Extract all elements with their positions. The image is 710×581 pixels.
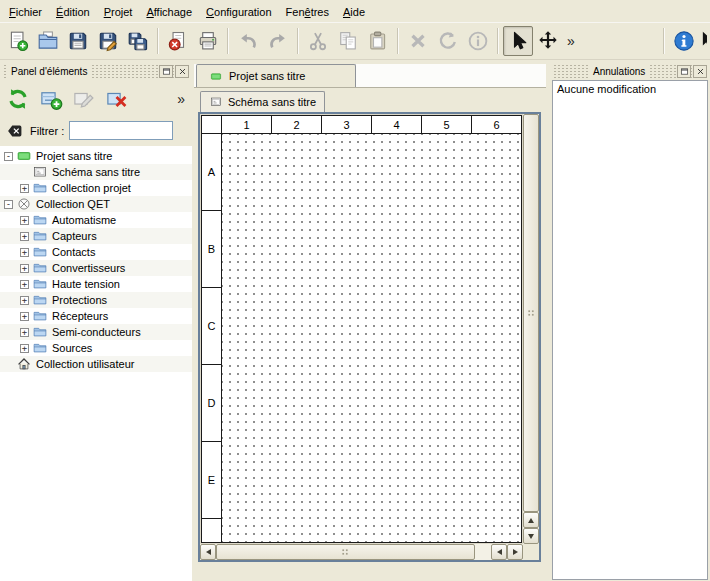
menu-edition[interactable]: Édition (49, 1, 97, 22)
expand-expander-icon[interactable]: + (20, 248, 29, 257)
reload-button[interactable] (3, 84, 33, 114)
save-button[interactable] (63, 26, 93, 56)
diagram-grid[interactable] (222, 134, 521, 542)
tree-item-semi-conducteurs[interactable]: +Semi-conducteurs (0, 324, 192, 340)
about-button[interactable] (669, 26, 699, 56)
row-header-c: C (202, 288, 221, 365)
element-info-icon (467, 30, 489, 52)
menu-configuration[interactable]: Configuration (199, 1, 278, 22)
menu-fenetres[interactable]: Fenêtres (279, 1, 336, 22)
tree-item-collection-projet[interactable]: +Collection projet (0, 180, 192, 196)
menu-aide[interactable]: Aide (336, 1, 372, 22)
float-dock-icon (680, 67, 689, 76)
folder-icon (33, 277, 48, 291)
elements-toolbar: » (0, 80, 192, 118)
select-tool-button[interactable] (503, 26, 533, 56)
undo-panel-float-button[interactable] (677, 65, 691, 78)
tree-item-projet-sans-titre[interactable]: -Projet sans titre (0, 148, 192, 164)
expand-expander-icon[interactable]: + (20, 216, 29, 225)
close-dock-icon (696, 67, 705, 76)
undo-panel-close-button[interactable] (693, 65, 707, 78)
move-tool-button[interactable] (533, 26, 563, 56)
expand-expander-icon[interactable]: + (20, 264, 29, 273)
toolbar-overflow-button[interactable]: » (563, 33, 579, 49)
expand-expander-icon[interactable]: + (20, 232, 29, 241)
help-button[interactable] (699, 26, 707, 56)
save-as-button[interactable] (93, 26, 123, 56)
tree-item-collection-utilisateur[interactable]: Collection utilisateur (0, 356, 192, 372)
horizontal-scrollbar-thumb[interactable] (216, 544, 475, 560)
scroll-up-button[interactable] (523, 512, 539, 528)
folder-icon (33, 261, 48, 275)
elements-toolbar-overflow-button[interactable]: » (177, 91, 189, 107)
menu-fichier[interactable]: Fichier (2, 1, 49, 22)
undo-empty-text: Aucune modification (557, 83, 703, 95)
save-all-button[interactable] (123, 26, 153, 56)
tree-item-haute-tension[interactable]: +Haute tension (0, 276, 192, 292)
tree-item-collection-qet[interactable]: -Collection QET (0, 196, 192, 212)
open-project-button[interactable] (33, 26, 63, 56)
undo-panel-titlebar[interactable]: Annulations (553, 64, 707, 79)
delete-element-button[interactable] (102, 84, 132, 114)
undo-panel: Annulations Aucune modification (550, 62, 710, 581)
diagram-sheet[interactable]: 123456 ABCDE (201, 115, 522, 543)
menu-projet[interactable]: Projet (97, 1, 140, 22)
project-tab-label: Projet sans titre (229, 70, 305, 82)
tree-item-label: Projet sans titre (36, 150, 112, 162)
scroll-left-button-end[interactable] (491, 544, 507, 560)
row-header-d: D (202, 365, 221, 442)
new-document-button[interactable] (3, 26, 33, 56)
tree-item-recepteurs[interactable]: +Récepteurs (0, 308, 192, 324)
folder-icon (33, 229, 48, 243)
expander-placeholder (4, 360, 13, 369)
expand-expander-icon[interactable]: + (20, 296, 29, 305)
clear-filter-button[interactable] (5, 123, 25, 139)
expand-expander-icon[interactable]: + (20, 312, 29, 321)
tree-item-label: Collection QET (36, 198, 110, 210)
expand-expander-icon[interactable]: + (20, 328, 29, 337)
close-file-button[interactable] (163, 26, 193, 56)
edit-element-icon (72, 87, 96, 111)
help-cursor-icon (699, 30, 707, 52)
expand-expander-icon[interactable]: + (20, 344, 29, 353)
scroll-left-button[interactable] (200, 544, 216, 560)
filter-input[interactable] (69, 121, 173, 140)
expand-expander-icon[interactable]: + (20, 184, 29, 193)
new-element-button[interactable] (36, 84, 66, 114)
elements-panel-close-button[interactable] (175, 65, 189, 78)
elements-panel-titlebar[interactable]: Panel d'éléments (3, 64, 189, 79)
tree-item-automatisme[interactable]: +Automatisme (0, 212, 192, 228)
vertical-scrollbar-thumb[interactable] (523, 114, 539, 512)
tree-item-protections[interactable]: +Protections (0, 292, 192, 308)
tree-item-contacts[interactable]: +Contacts (0, 244, 192, 260)
print-button[interactable] (193, 26, 223, 56)
menu-affichage[interactable]: Affichage (139, 1, 199, 22)
folder-icon (33, 309, 48, 323)
toolbar-separator (397, 28, 399, 54)
tree-item-convertisseurs[interactable]: +Convertisseurs (0, 260, 192, 276)
tree-item-schema-sans-titre[interactable]: Schéma sans titre (0, 164, 192, 180)
horizontal-scrollbar-track[interactable] (216, 544, 491, 560)
element-info-button (463, 26, 493, 56)
schema-tab-icon (209, 96, 223, 108)
scroll-down-button[interactable] (523, 528, 539, 544)
tree-item-label: Protections (52, 294, 107, 306)
column-header-5: 5 (422, 116, 472, 133)
elements-panel: Panel d'éléments » Filtrer : -Projet san… (0, 62, 192, 581)
open-project-icon (37, 30, 59, 52)
expand-expander-icon[interactable]: + (20, 280, 29, 289)
elements-panel-float-button[interactable] (159, 65, 173, 78)
horizontal-scrollbar[interactable] (200, 544, 523, 560)
tab-schema-sans-titre[interactable]: Schéma sans titre (200, 91, 325, 112)
vertical-scrollbar[interactable] (523, 114, 539, 544)
scroll-right-button[interactable] (507, 544, 523, 560)
tree-item-capteurs[interactable]: +Capteurs (0, 228, 192, 244)
collapse-expander-icon[interactable]: - (4, 152, 13, 161)
collapse-expander-icon[interactable]: - (4, 200, 13, 209)
tree-item-label: Automatisme (52, 214, 116, 226)
tab-projet-sans-titre[interactable]: Projet sans titre (196, 64, 356, 87)
tree-item-sources[interactable]: +Sources (0, 340, 192, 356)
toolbar-separator (497, 28, 499, 54)
tree-item-label: Collection projet (52, 182, 131, 194)
new-document-icon (7, 30, 29, 52)
